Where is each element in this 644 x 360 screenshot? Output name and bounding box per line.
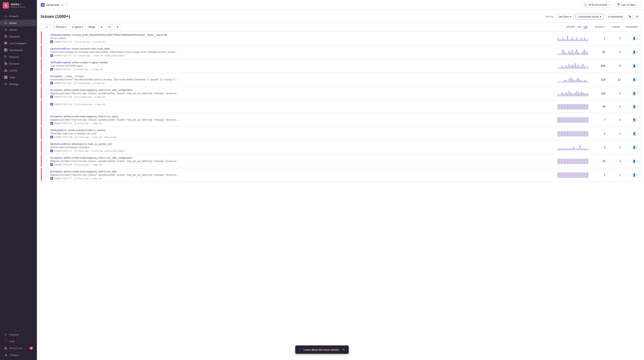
filter-dropdown[interactable]: Unresolved Issues ▾ <box>576 14 604 20</box>
assign-caret[interactable]: ▾ <box>636 65 638 67</box>
pause-button[interactable]: ⏸ <box>114 24 120 30</box>
assign-button[interactable]: 👤 <box>632 117 636 122</box>
time-value: 6 minutes ago — 12 days old <box>76 82 104 84</box>
table-row[interactable]: Exception airflow.contrib.hooks.bigquery… <box>41 113 640 127</box>
sidebar-item-activity[interactable]: 🔔 Activity <box>1 67 36 74</box>
graph-bar <box>581 53 582 55</box>
tab-14d[interactable]: 14d <box>584 26 588 29</box>
issue-checkbox[interactable] <box>43 92 46 95</box>
project-dropdown-caret[interactable]: ▾ <box>66 4 67 6</box>
sidebar-item-help[interactable]: ❓ Help <box>1 338 36 345</box>
assign-caret[interactable]: ▾ <box>636 92 638 94</box>
table-row[interactable]: Exception airflow.contrib.hooks.bigquery… <box>41 154 640 168</box>
assign-button[interactable]: 👤 <box>632 159 636 164</box>
assign-caret[interactable]: ▾ <box>636 132 638 135</box>
assign-button[interactable]: 👤 <box>632 50 636 54</box>
sidebar-item-upgrade[interactable]: ⬆ Upgrade <box>1 331 36 338</box>
graph-bar <box>586 40 587 41</box>
sidebar-org-name[interactable]: Sentry ▾ <box>11 3 26 6</box>
table-row[interactable]: AirflowException airflow.models in signa… <box>41 59 640 73</box>
activity-icon: 🔔 <box>4 69 8 72</box>
sidebar-item-stats[interactable]: 📈 Stats <box>1 74 36 80</box>
environment-dropdown[interactable]: 📋 All Environments ▾ <box>582 2 612 8</box>
issue-checkbox[interactable] <box>43 50 46 54</box>
assign-caret[interactable]: ▾ <box>636 119 638 121</box>
sidebar-item-releases[interactable]: 📦 Releases <box>1 33 36 40</box>
mini-graph <box>558 49 588 55</box>
table-row[interactable]: WorkerLostError billiard.pool in mark_as… <box>41 140 640 154</box>
sidebar-item-dashboards[interactable]: 📊 Dashboards <box>1 47 36 54</box>
assign-caret[interactable]: ▾ <box>636 174 638 176</box>
sidebar-item-discover[interactable]: 🔍 Discover <box>1 54 36 60</box>
issue-checkbox[interactable] <box>43 146 46 149</box>
more-button[interactable]: ••• <box>106 24 113 30</box>
graph-bar <box>559 54 560 55</box>
sidebar-item-projects[interactable]: 🗂 Projects <box>1 13 36 20</box>
issue-assignee-col: 👤 ▾ <box>622 73 640 86</box>
assign-caret[interactable]: ▾ <box>636 37 638 40</box>
issue-checkbox[interactable] <box>43 105 46 108</box>
assign-button[interactable]: 👤 <box>632 63 636 68</box>
issue-meta: ◉ OSMAR-TEST-11T 🕐 3 hours ago — 3 hours… <box>50 150 546 152</box>
assign-button[interactable]: 👤 <box>632 36 636 41</box>
issue-checkbox[interactable] <box>43 174 46 176</box>
graph-bar <box>559 172 560 178</box>
close-project-button[interactable]: ✕ <box>61 3 64 6</box>
bookmark-filter-button[interactable]: 🔖 <box>627 14 633 20</box>
display-options-button[interactable]: ⊞ <box>634 14 640 20</box>
table-row[interactable]: AttributeError kombu.transport.redis in … <box>41 127 640 140</box>
issue-location: unusual_prefix_9b20559384e10d8277fb4a72f… <box>72 34 167 36</box>
assign-caret[interactable]: ▾ <box>636 146 638 148</box>
assign-button[interactable]: 👤 <box>632 172 636 178</box>
assign-caret[interactable]: ▾ <box>636 51 638 53</box>
merge-button[interactable]: Merge <box>86 24 97 30</box>
assign-button[interactable]: 👤 <box>632 77 636 82</box>
graph-bar <box>581 65 582 69</box>
sidebar-item-monitors[interactable]: 📡 Monitors <box>1 60 36 67</box>
issue-checkbox[interactable] <box>43 64 46 68</box>
issue-checkbox[interactable] <box>43 37 46 40</box>
assign-button[interactable]: 👤 <box>632 131 636 136</box>
issue-checkbox[interactable] <box>43 132 46 135</box>
toast-close-button[interactable]: ✕ <box>342 348 345 352</box>
assign-button[interactable]: 👤 <box>632 91 636 96</box>
graph-bar <box>568 51 570 55</box>
assign-caret[interactable]: ▾ <box>636 79 638 81</box>
table-row[interactable]: ◉ OSMAR-TEST-10K 🕐 42 minutes ago — 3 da… <box>41 100 640 113</box>
issue-type: Exception <box>50 115 62 118</box>
mini-graph <box>558 144 588 150</box>
assign-caret[interactable]: ▾ <box>636 160 638 162</box>
issue-events-col: 20 <box>591 154 607 168</box>
issue-checkbox[interactable] <box>43 118 46 121</box>
sidebar-item-events[interactable]: ⚡ Events <box>1 26 36 33</box>
assign-button[interactable]: 👤 <box>632 104 636 109</box>
table-row[interactable]: AirflowException unusual_prefix_9b205593… <box>41 32 640 45</box>
checkbox-all[interactable]: ☑ <box>43 24 50 30</box>
assign-caret[interactable]: ▾ <box>636 106 638 108</box>
sidebar-item-issues[interactable]: ⚠ Issues <box>1 20 36 26</box>
sidebar-item-settings[interactable]: ⚙ Settings <box>1 81 36 88</box>
issue-checkbox[interactable] <box>43 78 46 81</box>
table-row[interactable]: Exception __main__ in main Worker airflo… <box>41 73 640 86</box>
issue-checkbox[interactable] <box>43 160 46 163</box>
sidebar-item-user-feedback[interactable]: 💬 User Feedback <box>1 40 36 46</box>
status-filter[interactable]: is:unresolved <box>605 14 625 20</box>
bookmark-button[interactable]: ★ <box>98 24 105 30</box>
graph-bar <box>581 172 582 178</box>
graph-bar <box>570 117 571 123</box>
table-row[interactable]: Exception airflow.contrib.hooks.bigquery… <box>41 168 640 182</box>
time-dropdown[interactable]: 📅 Last 14 days ▾ <box>614 2 640 8</box>
table-row[interactable]: OperationalError kombu.transport.redis i… <box>41 45 640 59</box>
tab-24h[interactable]: 24h <box>578 26 582 28</box>
ignore-button[interactable]: ⊘ Ignore ▾ <box>70 24 85 30</box>
sort-caret: ▾ <box>570 15 572 18</box>
graph-bar <box>582 159 584 164</box>
resolve-button[interactable]: ✓ Resolve ▾ <box>51 24 68 30</box>
sidebar-item-collapse[interactable]: ◀ Collapse <box>1 352 36 358</box>
mini-graph <box>558 104 588 110</box>
assign-button[interactable]: 👤 <box>632 145 636 150</box>
graph-bar <box>572 65 573 69</box>
sort-dropdown[interactable]: Last Seen ▾ <box>556 14 574 20</box>
table-row[interactable]: Exception airflow.contrib.hooks.bigquery… <box>41 86 640 100</box>
sidebar-item-whats-new[interactable]: 🔔 What's new 2 <box>1 345 36 352</box>
